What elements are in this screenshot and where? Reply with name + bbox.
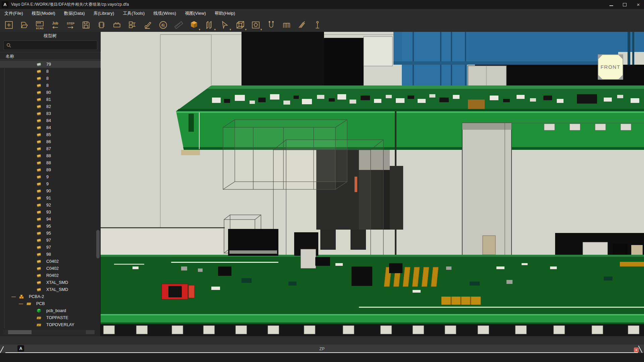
tool-wire-bundle[interactable] <box>295 19 309 31</box>
tree-item-c0402[interactable]: C0402 <box>0 258 101 265</box>
dropdown-caret-icon[interactable]: ▾ <box>229 28 231 31</box>
menu-data[interactable]: 数据(Data) <box>60 10 89 16</box>
tool-inspect[interactable]: 检 <box>156 19 170 31</box>
tree-item-88[interactable]: 88 <box>0 152 101 159</box>
front-label: FRONT <box>600 64 620 70</box>
tree-item-r0402[interactable]: R0402 <box>0 272 101 279</box>
search-input[interactable] <box>13 43 97 48</box>
tree-item-85[interactable]: 85 <box>0 131 101 138</box>
tree-item-95[interactable]: 95 <box>0 223 101 230</box>
chip-icon <box>36 231 44 236</box>
chip-icon <box>36 273 44 278</box>
tree-item-label: 91 <box>46 196 51 200</box>
menu-tools[interactable]: 工具(Tools) <box>118 10 149 16</box>
tool-wire-u[interactable] <box>264 19 278 31</box>
tool-component[interactable] <box>95 19 108 31</box>
viewport-3d[interactable]: FRONT <box>101 32 644 336</box>
front-orientation-cube[interactable]: FRONT <box>598 55 623 79</box>
vertical-scrollbar-thumb[interactable] <box>96 230 100 258</box>
tool-section-box[interactable]: ▾ <box>249 19 262 31</box>
tool-open-doc[interactable] <box>17 19 31 31</box>
dropdown-caret-icon[interactable]: ▾ <box>260 28 262 31</box>
tree-item-92[interactable]: 92 <box>0 201 101 208</box>
tree-item-pcb[interactable]: —PCB <box>0 300 101 307</box>
tool-import-ecad[interactable]: ECAD <box>33 19 46 31</box>
tool-board-stack[interactable] <box>125 19 139 31</box>
tree-item-label: PCBA-2 <box>29 294 44 299</box>
tree-item-8[interactable]: 8 <box>0 82 101 89</box>
tab-close-button[interactable]: × <box>634 348 639 352</box>
tree-item-97[interactable]: 97 <box>0 244 101 251</box>
collapse-toggle-icon[interactable]: — <box>11 295 19 298</box>
tree-item-label: 84 <box>46 118 51 123</box>
dropdown-caret-icon[interactable]: ▾ <box>245 28 247 31</box>
indent-spacer <box>0 282 36 283</box>
tree-item-c0402[interactable]: C0402 <box>0 265 101 272</box>
tree-item-toppaste[interactable]: TOPPASTE <box>0 314 101 321</box>
menu-model[interactable]: 模型(Model) <box>28 10 60 16</box>
tree-item-xtal-smd[interactable]: XTAL_SMD <box>0 286 101 293</box>
tree-item-87[interactable]: 87 <box>0 145 101 152</box>
indent-spacer <box>0 85 36 85</box>
tree-item-95[interactable]: 95 <box>0 230 101 237</box>
tool-save[interactable] <box>79 19 93 31</box>
tree-item-80[interactable]: 80 <box>0 89 101 96</box>
tree-item-8[interactable]: 8 <box>0 75 101 82</box>
bottom-gap-strip <box>0 336 644 345</box>
tree-item-pcb-board[interactable]: pcb_board <box>0 307 101 314</box>
horizontal-scrollbar[interactable] <box>3 330 95 335</box>
tree-item-98[interactable]: 98 <box>0 251 101 258</box>
tool-pin-array[interactable] <box>280 19 293 31</box>
assembly-icon <box>19 294 26 299</box>
svg-text:检: 检 <box>161 23 165 27</box>
tool-solid-view[interactable]: ▾ <box>187 19 201 31</box>
tool-import-job[interactable]: Job <box>48 19 62 31</box>
chip-icon <box>36 154 44 158</box>
menu-file[interactable]: 文件(File) <box>0 10 28 16</box>
tree-item-93[interactable]: 93 <box>0 208 101 216</box>
tree-item-81[interactable]: 81 <box>0 96 101 103</box>
tree-item-topoverlay[interactable]: TOPOVERLAY <box>0 321 101 328</box>
tree-item-83[interactable]: 83 <box>0 110 101 117</box>
chip-icon <box>36 161 44 165</box>
tree-item-90[interactable]: 90 <box>0 187 101 194</box>
menu-help[interactable]: 帮助(Help) <box>210 10 239 16</box>
tree-item-97[interactable]: 97 <box>0 237 101 244</box>
tree-item-82[interactable]: 82 <box>0 103 101 110</box>
tree-item-94[interactable]: 94 <box>0 216 101 223</box>
tree-item-91[interactable]: 91 <box>0 194 101 201</box>
tool-connector[interactable] <box>110 19 123 31</box>
tree-item-84[interactable]: 84 <box>0 124 101 131</box>
menu-library[interactable]: 库(Library) <box>89 10 118 16</box>
tool-measure[interactable] <box>172 19 185 31</box>
chip-icon <box>36 252 44 257</box>
tree-item-88[interactable]: 88 <box>0 159 101 166</box>
minimize-button[interactable] <box>609 3 614 7</box>
tree-item-9[interactable]: 9 <box>0 173 101 180</box>
tool-analysis[interactable] <box>141 19 154 31</box>
tree-item-84[interactable]: 84 <box>0 117 101 124</box>
tree-item-label: 95 <box>46 231 51 236</box>
horizontal-scrollbar-thumb[interactable] <box>8 330 32 334</box>
tree-item-8[interactable]: 8 <box>0 68 101 75</box>
tool-import-step[interactable]: STEP <box>64 19 77 31</box>
tool-new[interactable] <box>2 19 15 31</box>
search-box[interactable] <box>3 41 97 50</box>
tree-item-9[interactable]: 9 <box>0 180 101 187</box>
tree-item-79[interactable]: 79 <box>0 61 101 68</box>
tree-item-pcba-2[interactable]: —PCBA-2 <box>0 293 101 300</box>
menu-view[interactable]: 视图(View) <box>180 10 210 16</box>
tree-item-89[interactable]: 89 <box>0 166 101 173</box>
tool-probe[interactable] <box>311 19 324 31</box>
menu-wires[interactable]: 线缆(Wires) <box>149 10 180 16</box>
maximize-button[interactable] <box>623 3 627 7</box>
tool-wire-box[interactable]: ▾ <box>233 19 247 31</box>
tree-item-xtal-smd[interactable]: XTAL_SMD <box>0 279 101 286</box>
collapse-toggle-icon[interactable]: — <box>19 302 26 305</box>
close-button[interactable]: × <box>636 3 641 7</box>
tree-item-86[interactable]: 86 <box>0 138 101 145</box>
tool-panels[interactable]: ▾ <box>203 19 216 31</box>
dropdown-caret-icon[interactable]: ▾ <box>214 28 216 31</box>
tool-select-mode[interactable]: ▾ <box>218 19 231 31</box>
dropdown-caret-icon[interactable]: ▾ <box>199 28 200 31</box>
